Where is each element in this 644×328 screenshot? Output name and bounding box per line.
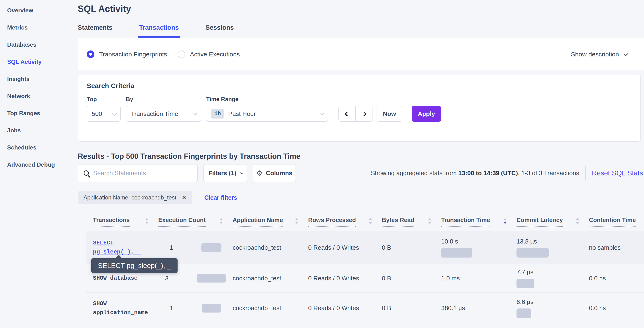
execution-count-bar xyxy=(202,243,222,252)
application-name-value: cockroachdb_test xyxy=(232,231,308,264)
time-range-value: Past Hour xyxy=(228,110,256,118)
results-heading: Results - Top 500 Transaction Fingerprin… xyxy=(78,152,644,161)
radio-active-executions[interactable]: Active Executions xyxy=(178,50,240,58)
table-row[interactable]: SELECT pg_sleep(_), _ 1 cockroachdb_test… xyxy=(86,231,644,264)
page-title: SQL Activity xyxy=(78,4,644,14)
top-select-value: 500 xyxy=(92,110,102,118)
chevron-down-icon xyxy=(112,111,116,115)
column-label[interactable]: Application Name xyxy=(232,217,283,227)
top-field: Top 500 xyxy=(87,96,120,122)
execution-count-bar xyxy=(197,274,226,283)
commit-latency-value: 6.6 µs xyxy=(516,298,589,306)
next-interval-button[interactable] xyxy=(356,106,372,121)
stats-suffix: , 1-3 of 3 Transactions xyxy=(518,169,579,177)
column-label[interactable]: Bytes Read xyxy=(382,217,414,227)
commit-latency-bar xyxy=(516,309,531,318)
time-pager xyxy=(338,106,373,122)
rows-processed-value: 0 Reads / 0 Writes xyxy=(308,231,382,264)
bytes-read-value: 0 B xyxy=(382,293,441,324)
previous-interval-button[interactable] xyxy=(339,106,356,121)
sidebar-item-sql-activity[interactable]: SQL Activity xyxy=(0,53,72,70)
top-label: Top xyxy=(87,96,120,103)
sidebar-item-network[interactable]: Network xyxy=(0,88,72,105)
filters-label: Filters (1) xyxy=(208,169,236,177)
transaction-time-value: 10.0 s xyxy=(441,238,516,245)
radio-unselected-icon xyxy=(178,50,185,58)
column-header-rows-processed: Rows Processed xyxy=(308,217,382,227)
statement-tooltip: SELECT pg_sleep(_), _ xyxy=(91,258,178,273)
caret-left-icon xyxy=(344,111,350,116)
sort-icon[interactable] xyxy=(219,218,223,224)
show-description-toggle[interactable]: Show description xyxy=(571,51,627,58)
sidebar-item-metrics[interactable]: Metrics xyxy=(0,19,72,36)
sort-icon[interactable] xyxy=(145,218,149,224)
column-label[interactable]: Commit Latency xyxy=(516,217,563,227)
commit-latency-value: 7.7 µs xyxy=(516,269,589,276)
clear-filters-link[interactable]: Clear filters xyxy=(204,194,237,201)
columns-button[interactable]: ⚙ Columns xyxy=(253,164,296,182)
tab-statements[interactable]: Statements xyxy=(78,24,112,31)
by-select[interactable]: Transaction Time xyxy=(126,106,201,122)
table-header-row: Transactions Execution Count Application… xyxy=(86,217,644,231)
filter-chip: Application Name: cockroachdb_test ✕ xyxy=(78,191,192,204)
aggregated-stats-text: Showing aggregated stats from 13:00 to 1… xyxy=(371,169,579,177)
contention-time-value: 0.0 ns xyxy=(589,264,644,292)
contention-time-value: 0.0 ns xyxy=(589,293,644,324)
commit-latency-value: 13.8 µs xyxy=(516,238,589,245)
bytes-read-value: 0 B xyxy=(382,231,441,264)
stats-range: 13:00 to 14:39 (UTC) xyxy=(458,169,518,177)
application-name-value: cockroachdb_test xyxy=(232,293,308,324)
tooltip-text: SELECT pg_sleep(_), _ xyxy=(98,262,171,270)
apply-button[interactable]: Apply xyxy=(412,106,441,122)
search-statements-box xyxy=(78,164,198,182)
sidebar-item-databases[interactable]: Databases xyxy=(0,36,72,53)
sidebar-item-overview[interactable]: Overview xyxy=(0,2,72,19)
results-controls: Filters (1) ⚙ Columns Showing aggregated… xyxy=(78,164,644,182)
close-icon[interactable]: ✕ xyxy=(182,194,187,201)
sidebar-item-jobs[interactable]: Jobs xyxy=(0,122,72,139)
sort-icon[interactable] xyxy=(368,218,372,224)
radio-selected-icon xyxy=(87,50,94,58)
tab-transactions[interactable]: Transactions xyxy=(139,24,179,31)
filters-button[interactable]: Filters (1) xyxy=(203,164,248,182)
chevron-down-icon xyxy=(624,52,628,56)
table-row[interactable]: SHOW application_name 1 cockroachdb_test… xyxy=(86,292,644,324)
transaction-fingerprint-link[interactable]: SELECT pg_sleep(_), _ xyxy=(93,238,158,257)
now-button[interactable]: Now xyxy=(376,106,402,122)
transaction-fingerprint-link[interactable]: SHOW application_name xyxy=(93,299,158,317)
application-name-value: cockroachdb_test xyxy=(232,264,308,292)
column-header-transaction-time: Transaction Time xyxy=(441,217,516,227)
search-statements-input[interactable] xyxy=(93,169,184,177)
column-label[interactable]: Rows Processed xyxy=(308,217,356,227)
column-label[interactable]: Contention Time xyxy=(589,217,636,227)
column-header-contention-time: Contention Time xyxy=(589,217,644,227)
sort-icon[interactable] xyxy=(428,218,432,224)
by-label: By xyxy=(126,96,201,103)
chevron-down-icon xyxy=(320,111,324,115)
radio-label: Transaction Fingerprints xyxy=(99,51,167,58)
sidebar-item-insights[interactable]: Insights xyxy=(0,70,72,88)
stats-prefix: Showing aggregated stats from xyxy=(371,169,458,177)
transaction-fingerprint-link[interactable]: SHOW database xyxy=(93,274,158,283)
column-label[interactable]: Transactions xyxy=(93,217,130,227)
search-icon xyxy=(84,170,89,176)
sort-icon[interactable] xyxy=(576,218,580,224)
sidebar-item-schedules[interactable]: Schedules xyxy=(0,139,72,156)
time-range-field: Time Range 1h Past Hour xyxy=(206,96,328,122)
time-range-select[interactable]: 1h Past Hour xyxy=(206,106,328,122)
radio-transaction-fingerprints[interactable]: Transaction Fingerprints xyxy=(87,50,167,58)
search-criteria-heading: Search Criteria xyxy=(87,82,640,90)
bytes-read-value: 0 B xyxy=(382,264,441,292)
active-filters-row: Application Name: cockroachdb_test ✕ Cle… xyxy=(78,191,644,204)
rows-processed-value: 0 Reads / 0 Writes xyxy=(308,264,382,292)
search-criteria-controls: Top 500 By Transaction Time Time Range 1… xyxy=(87,96,640,122)
sort-icon[interactable] xyxy=(295,218,299,224)
column-label[interactable]: Execution Count xyxy=(158,217,206,227)
column-label[interactable]: Transaction Time xyxy=(441,217,490,227)
sidebar-item-top-ranges[interactable]: Top Ranges xyxy=(0,105,72,122)
tab-sessions[interactable]: Sessions xyxy=(206,24,234,31)
sidebar-item-advanced-debug[interactable]: Advanced Debug xyxy=(0,156,72,173)
reset-sql-stats-link[interactable]: Reset SQL Stats xyxy=(592,169,643,177)
top-select[interactable]: 500 xyxy=(87,106,120,122)
sort-desc-icon[interactable] xyxy=(503,218,507,224)
